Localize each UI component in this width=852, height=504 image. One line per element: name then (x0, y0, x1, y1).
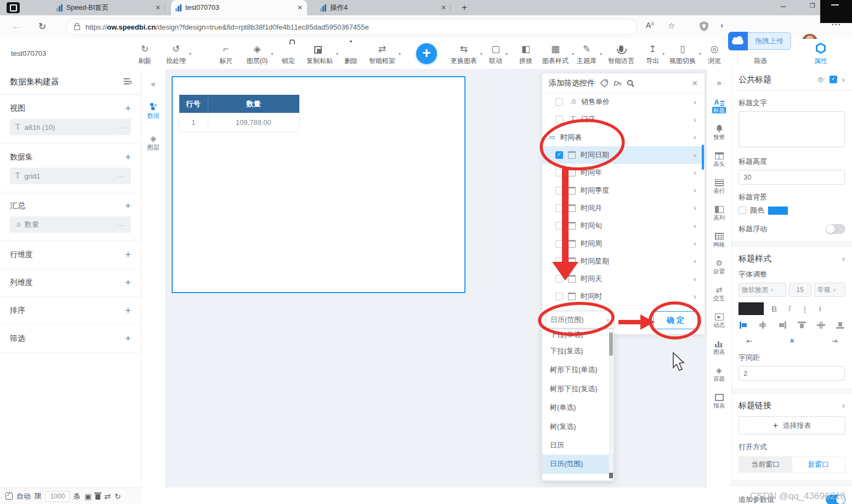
sql-window-icon[interactable]: ▣ (84, 492, 92, 501)
selected-table-widget[interactable]: 行号 数量 1 109,789.00 (172, 76, 465, 293)
reload-icon[interactable]: ↻ (38, 21, 46, 32)
align-middle-button[interactable] (817, 322, 825, 329)
item-more-icon[interactable]: ··· (117, 123, 126, 131)
gear-icon[interactable]: ⚙ (817, 76, 824, 84)
ds-icon[interactable]: Ds (614, 79, 621, 88)
add-row-dimension-button[interactable]: + (125, 249, 131, 261)
shield-icon[interactable] (700, 21, 708, 31)
option-tree-multi[interactable]: 树(复选) (542, 417, 614, 436)
chevron-down-icon[interactable]: ∨ (693, 170, 697, 176)
back-icon[interactable]: ← (12, 21, 21, 32)
auto-checkbox[interactable] (5, 492, 13, 500)
rail-table-col-tab[interactable]: 表列 (707, 204, 731, 221)
underline-button[interactable]: I (800, 305, 810, 313)
toolbar-change-chart[interactable]: ⇆▾更换图表 (451, 43, 477, 66)
rail-alert-tab[interactable]: 预警 (707, 123, 731, 141)
field-time-tenday[interactable]: 时间旬∨ (542, 217, 705, 234)
font-family-select[interactable]: 微软雅黑∨ (739, 283, 786, 297)
tab-test070703[interactable]: test070703 ✕ (171, 0, 307, 15)
bold-button[interactable]: B (769, 305, 779, 313)
field-time-weekday[interactable]: 时间星期∨ (542, 253, 705, 270)
toolbar-view-switch[interactable]: ▯▾视图切换 (669, 43, 696, 66)
collapse-sidebar-icon[interactable]: « (141, 79, 165, 88)
letter-spacing-input[interactable] (739, 366, 845, 381)
minimize-button[interactable]: ─ (781, 2, 786, 10)
collapse-list-icon[interactable]: ☰‹ (123, 77, 131, 87)
new-tab-button[interactable]: + (458, 2, 470, 14)
title-text-input[interactable] (739, 111, 845, 147)
tab-speedbi-home[interactable]: Speed-BI首页 ✕ (52, 0, 165, 15)
rail-chart-tab[interactable]: 图表 (707, 338, 731, 356)
checkbox[interactable] (555, 116, 563, 123)
checkbox[interactable] (555, 187, 563, 194)
checkbox[interactable] (555, 275, 563, 283)
item-more-icon[interactable]: ··· (117, 172, 126, 180)
tab-actions-icon[interactable] (7, 2, 20, 13)
align-center-button[interactable] (759, 322, 767, 329)
limit-input[interactable] (46, 491, 70, 502)
group-time-table[interactable]: ≔时间表∧ (542, 129, 705, 146)
toolbar-theme-library[interactable]: ✎▾主题库 (577, 43, 597, 66)
clear-icon[interactable] (95, 494, 100, 500)
summary-item-quantity[interactable]: .0数量··· (10, 216, 131, 233)
option-tree-dropdown-single[interactable]: 树形下拉(单选) (542, 360, 614, 379)
italic-button[interactable]: I (785, 305, 794, 313)
toolbar-export[interactable]: ↥▾导出 (646, 43, 659, 66)
option-dropdown-single[interactable]: 下拉(单选) (542, 330, 614, 342)
to-start-icon[interactable]: ⇤ (746, 336, 753, 345)
toolbar-splice[interactable]: ◧拼接 (519, 43, 532, 66)
chevron-down-icon[interactable]: ∨ (842, 77, 845, 83)
to-end-icon[interactable]: ⇥ (831, 336, 838, 345)
checkbox-checked[interactable] (555, 151, 563, 159)
add-view-button[interactable]: + (125, 102, 131, 114)
font-weight-select[interactable]: 常规∨ (814, 283, 845, 297)
open-new-window-button[interactable]: 新窗口 (792, 457, 845, 472)
align-bottom-button[interactable] (836, 322, 844, 329)
tab-close-icon[interactable]: ✕ (155, 4, 161, 12)
rail-table-row-tab[interactable]: 表行 (707, 177, 731, 194)
extensions-icon[interactable]: ◖ (719, 21, 724, 30)
field-sale-price[interactable]: .0销售单价∨ (542, 93, 705, 111)
chevron-down-icon[interactable]: ∨ (693, 223, 697, 229)
chevron-up-icon[interactable]: ∧ (693, 134, 697, 140)
align-left-button[interactable] (740, 322, 748, 329)
rail-dynamic-tab[interactable]: ▶动态 (707, 311, 731, 329)
checkbox[interactable] (555, 293, 563, 300)
toolbar-properties[interactable]: 属性 (814, 43, 827, 66)
chevron-down-icon[interactable]: ∨ (693, 187, 697, 193)
item-more-icon[interactable]: ··· (117, 221, 126, 229)
control-type-select[interactable]: 日历(范围) ∨ (546, 311, 615, 329)
scrollbar-thumb[interactable] (702, 145, 704, 170)
checkbox[interactable] (555, 98, 563, 106)
title-link-header[interactable]: 标题链接 ∨ (739, 400, 845, 411)
bg-color-swatch[interactable] (768, 207, 788, 215)
option-tree-dropdown-multi[interactable]: 树形下拉(复选) (542, 380, 614, 398)
field-time-hour[interactable]: 时间时∨ (542, 288, 705, 305)
checkbox[interactable] (555, 222, 563, 230)
search-icon[interactable] (627, 79, 634, 87)
field-time-day[interactable]: 时间天∨ (542, 270, 705, 288)
netdisk-upload-overlay[interactable]: 拖拽上传 (728, 32, 791, 50)
address-bar[interactable]: https://ow.speedbi.cn/design?fdesign=tru… (66, 19, 637, 35)
tab-close-icon[interactable]: ✕ (297, 4, 303, 12)
title-height-input[interactable] (739, 170, 845, 185)
title-float-toggle[interactable] (826, 224, 845, 234)
netdisk-cloud-icon[interactable] (728, 32, 748, 50)
align-top-button[interactable] (798, 322, 806, 329)
rail-interaction-tab[interactable]: ⇄交互 (707, 284, 731, 302)
close-icon[interactable]: ✕ (691, 79, 698, 88)
strikethrough-button[interactable]: I (815, 305, 825, 313)
rail-table-head-tab[interactable]: 表头 (707, 150, 731, 168)
toolbar-ruler[interactable]: ⌐标尺 (219, 43, 232, 66)
restore-button[interactable]: ❐ (810, 2, 815, 9)
chevron-down-icon[interactable]: ∨ (693, 294, 697, 300)
toolbar-linkage[interactable]: ▢▾联动 (489, 43, 502, 66)
font-size-input[interactable]: 15 (789, 283, 811, 297)
checkbox[interactable] (555, 204, 563, 212)
open-current-window-button[interactable]: 当前窗口 (739, 457, 792, 472)
rail-data-tab[interactable]: 数据 (141, 102, 165, 120)
checkbox[interactable] (555, 257, 563, 265)
chevron-down-icon[interactable]: ∨ (693, 99, 697, 105)
expand-panel-icon[interactable]: » (707, 78, 731, 87)
chevron-down-icon[interactable]: ∨ (693, 117, 697, 123)
